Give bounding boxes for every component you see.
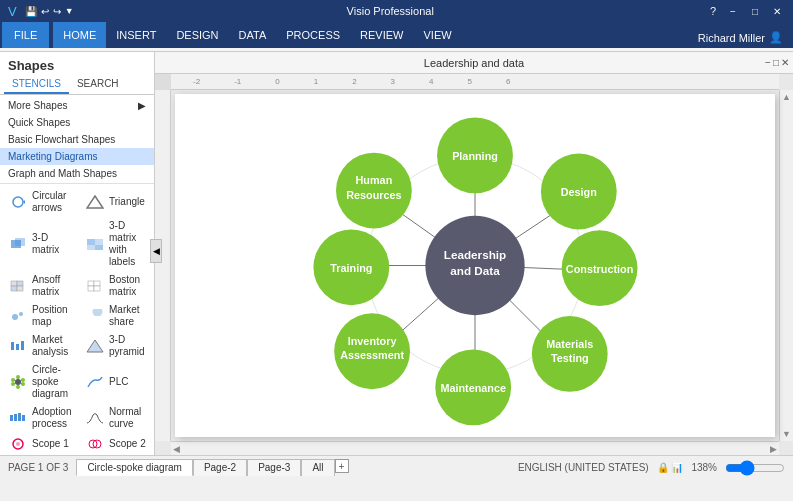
section-quick-shapes[interactable]: Quick Shapes xyxy=(0,114,154,131)
svg-rect-19 xyxy=(16,344,19,350)
svg-rect-10 xyxy=(11,286,17,291)
svg-rect-38 xyxy=(22,415,25,421)
section-marketing-diagrams[interactable]: Marketing Diagrams xyxy=(0,148,154,165)
page-tabs: Circle-spoke diagram Page-2 Page-3 All + xyxy=(76,459,348,476)
svg-rect-3 xyxy=(15,238,25,246)
shape-plc[interactable]: PLC xyxy=(81,361,154,403)
scope1-icon xyxy=(8,436,28,452)
shapes-list: More Shapes▶ Quick Shapes Basic Flowchar… xyxy=(0,95,154,455)
adoption-icon xyxy=(8,410,28,426)
app-icon: V xyxy=(8,4,17,19)
scroll-right[interactable]: ▲ ▼ xyxy=(779,90,793,441)
shape-3d-pyramid[interactable]: 3-D pyramid xyxy=(81,331,154,361)
shape-circle-spoke[interactable]: Circle-spoke diagram xyxy=(4,361,81,403)
panel-collapse-arrow[interactable]: ◀ xyxy=(150,239,162,263)
tab-stencils[interactable]: STENCILS xyxy=(4,75,69,94)
tab-home[interactable]: HOME xyxy=(53,22,106,48)
shape-scope-1[interactable]: Scope 1 xyxy=(4,433,81,455)
page-tab-3[interactable]: Page-3 xyxy=(247,459,301,476)
doc-maximize[interactable]: □ xyxy=(773,57,779,68)
section-basic-flowchart[interactable]: Basic Flowchart Shapes xyxy=(0,131,154,148)
tab-file[interactable]: FILE xyxy=(2,22,49,48)
svg-rect-14 xyxy=(88,286,94,291)
quick-access-undo[interactable]: ↩ xyxy=(41,6,49,17)
shape-scope-2[interactable]: Scope 2 xyxy=(81,433,154,455)
doc-close[interactable]: ✕ xyxy=(781,57,789,68)
status-icons: 🔒 📊 xyxy=(657,462,684,473)
doc-minimize[interactable]: − xyxy=(765,57,771,68)
shape-position-map[interactable]: Position map xyxy=(4,301,81,331)
doc-win-controls: − □ ✕ xyxy=(765,57,789,68)
title-bar-left: V 💾 ↩ ↪ ▼ xyxy=(8,4,74,19)
shapes-panel: Shapes STENCILS SEARCH More Shapes▶ Quic… xyxy=(0,52,155,455)
page-tab-all[interactable]: All xyxy=(301,459,334,476)
language-status: ENGLISH (UNITED STATES) xyxy=(518,462,649,473)
shapes-grid: Circular arrows Triangle 3-D matrix xyxy=(0,185,154,455)
tab-search[interactable]: SEARCH xyxy=(69,75,127,94)
tab-insert[interactable]: INSERT xyxy=(106,22,166,48)
tab-data[interactable]: DATA xyxy=(229,22,277,48)
quick-access-redo[interactable]: ↪ xyxy=(53,6,61,17)
shapes-divider-1 xyxy=(0,183,154,184)
user-icon: 👤 xyxy=(769,31,783,44)
app-title: Visio Professional xyxy=(347,5,434,17)
normal-curve-icon xyxy=(85,410,105,426)
shape-3d-matrix-labels[interactable]: 3-D matrix with labels xyxy=(81,217,154,271)
quick-access-more[interactable]: ▼ xyxy=(65,6,74,16)
scroll-bottom[interactable]: ◀ ▶ xyxy=(171,441,779,455)
tab-design[interactable]: DESIGN xyxy=(166,22,228,48)
triangle-icon xyxy=(85,194,105,210)
svg-rect-15 xyxy=(94,286,100,291)
user-name: Richard Miller 👤 xyxy=(690,27,791,48)
doc-toolbar: Leadership and data − □ ✕ xyxy=(155,52,793,74)
page-tab-1[interactable]: Circle-spoke diagram xyxy=(76,459,192,476)
svg-rect-13 xyxy=(94,281,100,286)
page-status: PAGE 1 OF 3 xyxy=(8,462,68,473)
3d-pyramid-icon xyxy=(85,338,105,354)
svg-text:Human: Human xyxy=(356,174,393,186)
shape-market-analysis[interactable]: Market analysis xyxy=(4,331,81,361)
position-map-icon xyxy=(8,308,28,324)
svg-text:Testing: Testing xyxy=(551,352,589,364)
ruler-top: -2 -1 0 1 2 3 4 5 6 xyxy=(171,74,779,90)
svg-marker-21 xyxy=(87,340,103,352)
close-button[interactable]: ✕ xyxy=(769,3,785,19)
shape-3d-matrix[interactable]: 3-D matrix xyxy=(4,217,81,271)
svg-rect-18 xyxy=(11,342,14,350)
canvas-page: Leadership and Data Planning Design Cons… xyxy=(175,94,775,437)
section-more-shapes[interactable]: More Shapes▶ xyxy=(0,97,154,114)
shape-normal-curve[interactable]: Normal curve xyxy=(81,403,154,433)
help-icon[interactable]: ? xyxy=(707,5,719,17)
svg-text:and Data: and Data xyxy=(450,264,500,277)
add-page-button[interactable]: + xyxy=(335,459,349,473)
zoom-slider[interactable] xyxy=(725,462,785,474)
circular-arrows-icon xyxy=(8,194,28,210)
plc-icon xyxy=(85,374,105,390)
svg-marker-1 xyxy=(87,196,103,208)
ruler-corner xyxy=(155,74,171,90)
section-graph-math[interactable]: Graph and Math Shapes xyxy=(0,165,154,182)
shape-boston-matrix[interactable]: Boston matrix xyxy=(81,271,154,301)
market-share-icon xyxy=(85,308,105,324)
maximize-button[interactable]: □ xyxy=(747,3,763,19)
minimize-button[interactable]: − xyxy=(725,3,741,19)
svg-rect-7 xyxy=(95,245,103,250)
shape-triangle[interactable]: Triangle xyxy=(81,187,154,217)
tab-view[interactable]: VIEW xyxy=(413,22,461,48)
status-bar: PAGE 1 OF 3 Circle-spoke diagram Page-2 … xyxy=(0,455,793,479)
svg-point-40 xyxy=(16,442,20,446)
shapes-tabs: STENCILS SEARCH xyxy=(0,75,154,95)
shape-circular-arrows[interactable]: Circular arrows xyxy=(4,187,81,217)
title-bar: V 💾 ↩ ↪ ▼ Visio Professional ? − □ ✕ xyxy=(0,0,793,22)
shape-adoption-process[interactable]: Adoption process xyxy=(4,403,81,433)
canvas-container: Leadership and data − □ ✕ -2 -1 0 1 2 3 … xyxy=(155,52,793,455)
shape-market-share[interactable]: Market share xyxy=(81,301,154,331)
status-right: ENGLISH (UNITED STATES) 🔒 📊 138% xyxy=(518,462,785,474)
tab-process[interactable]: PROCESS xyxy=(276,22,350,48)
tab-review[interactable]: REVIEW xyxy=(350,22,413,48)
doc-area: Shapes STENCILS SEARCH More Shapes▶ Quic… xyxy=(0,52,793,455)
page-tab-2[interactable]: Page-2 xyxy=(193,459,247,476)
canvas-area: -2 -1 0 1 2 3 4 5 6 ▲ ▼ ◀ ▶ xyxy=(155,74,793,455)
quick-access-save[interactable]: 💾 xyxy=(25,6,37,17)
shape-ansoff-matrix[interactable]: Ansoff matrix xyxy=(4,271,81,301)
